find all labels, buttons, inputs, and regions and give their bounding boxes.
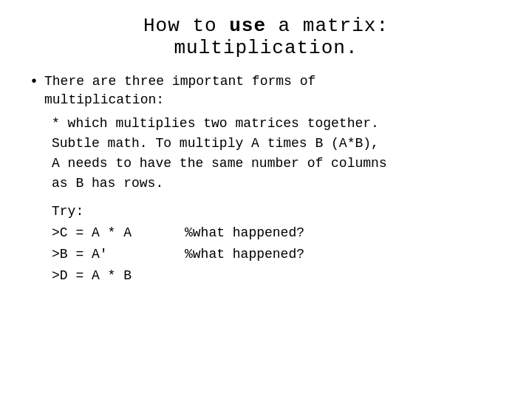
title-block: How to use a matrix: multiplication.: [22, 15, 510, 59]
indented-line4: as B has rows.: [52, 174, 510, 194]
title-line2: multiplication.: [22, 37, 510, 59]
bullet-dot: •: [30, 72, 38, 92]
bullet-item: • There are three important forms of mul…: [30, 72, 510, 109]
title-line1: How to use a matrix:: [22, 15, 510, 37]
indented-block: * which multiplies two matrices together…: [52, 114, 510, 194]
title-bold: use: [229, 15, 266, 37]
bullet-line1: There are three important forms of: [44, 72, 316, 91]
bullet-line2: multiplication:: [44, 91, 316, 109]
try-row2-comment: %what happened?: [185, 244, 304, 265]
try-row3-cmd: >D = A * B: [52, 265, 132, 287]
try-row-2: >B = A' %what happened?: [52, 244, 510, 265]
try-row1-comment: %what happened?: [185, 222, 304, 244]
indented-line3: A needs to have the same number of colum…: [52, 154, 510, 174]
title-pre: How to: [143, 15, 229, 37]
bullet-section: • There are three important forms of mul…: [30, 72, 510, 287]
try-row1-cmd: >C = A * A: [52, 222, 170, 244]
try-label: Try:: [52, 201, 510, 222]
try-row2-cmd: >B = A': [52, 244, 170, 265]
bullet-text: There are three important forms of multi…: [44, 72, 316, 109]
title-post: a matrix:: [266, 15, 389, 37]
try-block: Try: >C = A * A %what happened? >B = A' …: [52, 201, 510, 286]
indented-line1: * which multiplies two matrices together…: [52, 114, 510, 134]
try-row-3: >D = A * B: [52, 265, 510, 287]
try-row-1: >C = A * A %what happened?: [52, 222, 510, 244]
indented-line2: Subtle math. To multiply A times B (A*B)…: [52, 134, 510, 154]
